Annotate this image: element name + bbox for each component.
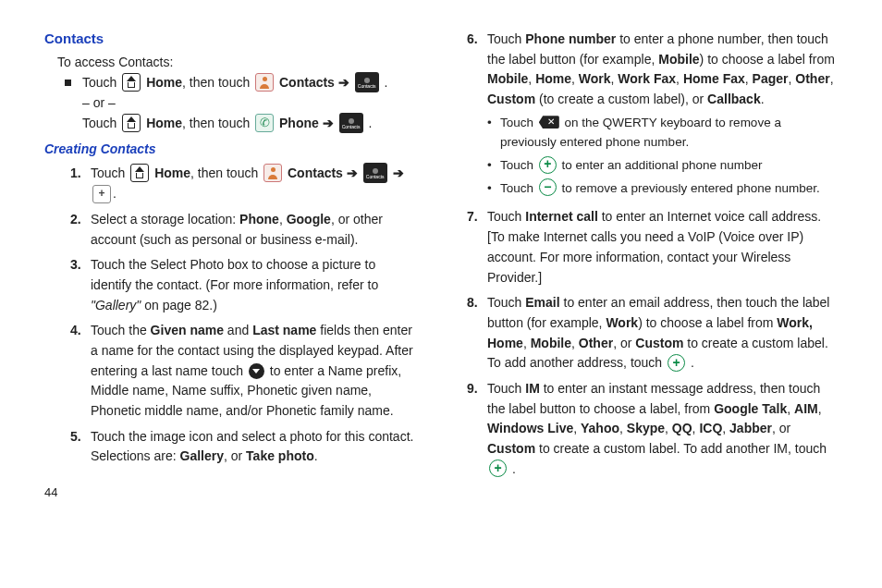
text: Google Talk xyxy=(714,401,787,416)
text: , xyxy=(665,421,672,435)
contacts-icon xyxy=(263,164,282,182)
sub-item: •Touch to remove a previously entered ph… xyxy=(487,179,838,199)
text: Custom xyxy=(487,92,535,106)
right-column: 6. Touch Phone number to enter a phone n… xyxy=(463,28,838,502)
step-number: 5. xyxy=(70,427,91,467)
sub-body: Touch to enter an additional phone numbe… xyxy=(500,156,838,176)
text: Given name xyxy=(151,323,224,337)
text: Touch xyxy=(487,209,525,224)
step-body: Touch Home, then touch Contacts ➔ ➔ . xyxy=(91,164,419,204)
text: . xyxy=(113,186,116,201)
sub-body: Touch to remove a previously entered pho… xyxy=(500,179,838,199)
step-number: 2. xyxy=(70,210,91,250)
text: , xyxy=(571,71,579,86)
add-icon xyxy=(92,185,111,203)
text: Contacts xyxy=(288,165,343,180)
text: Custom xyxy=(487,441,535,456)
text: , xyxy=(830,71,834,86)
minus-circle-icon xyxy=(539,178,557,196)
text: Jabber xyxy=(729,421,772,435)
text: Last name xyxy=(252,323,316,337)
arrow-icon: ➔ xyxy=(338,75,349,90)
step-body: Touch IM to enter an instant message add… xyxy=(487,379,838,479)
text: . xyxy=(368,116,372,130)
text: , xyxy=(571,336,579,350)
text: Yahoo xyxy=(581,421,619,435)
text: and xyxy=(224,323,252,337)
contacts-tab-icon xyxy=(363,163,387,183)
text: . xyxy=(687,355,694,370)
text: Home xyxy=(146,116,182,130)
text: Work xyxy=(606,315,638,330)
contacts-tab-icon xyxy=(339,113,363,133)
text: Internet call xyxy=(525,209,598,224)
chevron-down-icon xyxy=(249,363,264,379)
text: Other xyxy=(795,71,829,86)
backspace-icon xyxy=(539,116,559,129)
text: , or xyxy=(224,448,246,463)
contacts-icon xyxy=(255,73,274,92)
text: Touch xyxy=(487,31,525,46)
right-steps: 6. Touch Phone number to enter a phone n… xyxy=(467,30,838,479)
text: Home xyxy=(146,75,182,90)
page-columns: Contacts To access Contacts: Touch Home,… xyxy=(44,28,838,502)
text: Gallery xyxy=(180,448,224,463)
step-body: Touch the Given name and Last name field… xyxy=(91,321,419,421)
text: , xyxy=(573,421,581,435)
step-2: 2. Select a storage location: Phone, Goo… xyxy=(70,210,419,250)
text: Touch xyxy=(487,381,525,396)
text: , then touch xyxy=(182,116,250,130)
text-italic: "Gallery" xyxy=(91,298,141,312)
text: Contacts xyxy=(279,75,335,90)
access-content: Touch Home, then touch Contacts ➔ . – or… xyxy=(82,73,419,134)
step-1: 1. Touch Home, then touch Contacts ➔ ➔ . xyxy=(70,164,419,204)
plus-circle-icon xyxy=(668,354,685,372)
plus-circle-icon xyxy=(489,459,507,477)
text: ICQ xyxy=(699,421,722,435)
text: , xyxy=(279,212,287,227)
sub-item: •Touch on the QWERTY keyboard to remove … xyxy=(487,114,838,153)
step-9: 9. Touch IM to enter an instant message … xyxy=(467,379,838,479)
text: Mobile xyxy=(487,71,528,86)
step-3: 3. Touch the Select Photo box to choose … xyxy=(70,255,419,315)
step-body: Touch Phone number to enter a phone numb… xyxy=(487,30,838,202)
text: , then touch xyxy=(190,165,262,180)
step-6: 6. Touch Phone number to enter a phone n… xyxy=(467,30,838,202)
text: Home Fax xyxy=(683,71,745,86)
phone-icon: ✆ xyxy=(255,114,274,132)
text: , xyxy=(619,421,627,435)
subsection-heading-creating: Creating Contacts xyxy=(44,140,419,160)
text: Phone xyxy=(279,116,319,130)
text: , xyxy=(745,71,753,86)
text: Touch xyxy=(487,295,525,310)
access-bullet: Touch Home, then touch Contacts ➔ . – or… xyxy=(65,73,419,134)
step-6-sublist: •Touch on the QWERTY keyboard to remove … xyxy=(487,114,838,199)
step-4: 4. Touch the Given name and Last name fi… xyxy=(70,321,419,421)
plus-circle-icon xyxy=(539,156,557,174)
text: . xyxy=(508,461,516,476)
text: Mobile xyxy=(531,336,571,350)
text: Home xyxy=(535,71,571,86)
home-icon xyxy=(122,114,141,132)
text: , then touch xyxy=(182,75,250,90)
text: , xyxy=(722,421,729,435)
text: AIM xyxy=(794,401,818,416)
text: Work xyxy=(579,71,611,86)
bullet-dot-icon: • xyxy=(487,156,500,176)
step-number: 4. xyxy=(70,321,91,421)
text: . xyxy=(314,448,318,463)
text: , xyxy=(676,71,683,86)
contacts-tab-icon xyxy=(355,72,379,92)
square-bullet-icon xyxy=(65,80,71,86)
text: Select a storage location: xyxy=(91,212,239,227)
text: , xyxy=(528,71,535,86)
text: on page 82.) xyxy=(141,298,217,312)
text: to remove a previously entered phone num… xyxy=(558,181,820,195)
step-number: 6. xyxy=(467,30,487,202)
text: . xyxy=(761,92,765,106)
text: (to create a custom label), or xyxy=(535,92,707,106)
section-heading-contacts: Contacts xyxy=(44,28,419,49)
text: ) to choose a label from xyxy=(638,315,777,330)
text: Touch the xyxy=(91,323,151,337)
step-5: 5. Touch the image icon and select a pho… xyxy=(70,427,419,467)
